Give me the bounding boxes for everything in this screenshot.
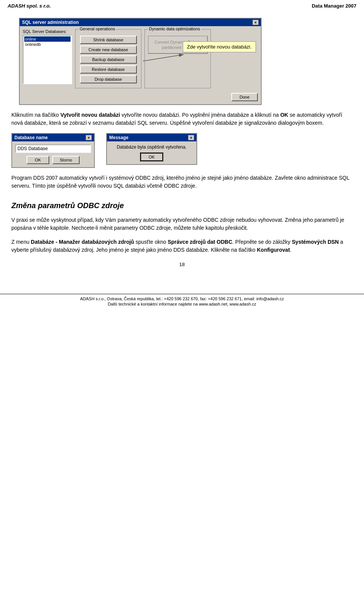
message-dialog-body: Databáze byla úspěšně vytvořena. OK [107,141,196,164]
para4-bold3: Systémových DSN [292,239,339,245]
db-list-panel: SQL Server Databases: online onlinedb [23,29,72,88]
message-dialog-title: Message × [107,134,196,141]
sql-admin-dialog: SQL server administration × SQL Server D… [19,18,262,105]
dialog-footer: Done [20,91,261,104]
db-listbox[interactable]: online onlinedb [23,35,72,84]
db-name-close-btn[interactable]: × [86,135,92,140]
app-title: Data Manager 2007 [312,3,356,9]
para4-bold4: Konfigurovat [257,247,290,253]
db-item-online[interactable]: online [24,36,71,42]
footer-line2: Další technické a kontaktní informace na… [8,302,356,306]
general-ops-title: General operations [78,27,116,31]
para1: Kliknutím na tlačítko Vytvořit novou dat… [11,111,353,127]
para4-mid: spusťte okno [134,239,168,245]
dialogs-row: Database name × OK Storno Message × Data… [11,133,353,168]
para1-cont: vytvoříte novou databázi. Po vyplnění jm… [120,112,281,118]
page-footer: ADASH s.r.o., Ostrava, Česká republika, … [0,294,364,309]
general-ops-group: General operations Shrink database Creat… [75,29,141,88]
main-content: SQL server administration × SQL Server D… [0,10,364,279]
section-heading: Změna parametrů ODBC zdroje [11,201,353,210]
message-btn-row: OK [110,153,193,161]
sql-admin-title-bar: SQL server administration × [20,19,261,26]
backup-db-button[interactable]: Backup database [80,55,137,64]
sql-admin-body: SQL Server Databases: online onlinedb Ge… [20,26,261,91]
restore-db-button[interactable]: Restore database [80,65,137,74]
db-name-input[interactable] [15,144,91,153]
create-db-button[interactable]: Create new database [80,45,137,54]
para4: Z menu Databáze - Manažer databázových z… [11,238,353,254]
message-title-text: Message [109,135,129,140]
message-dialog: Message × Databáze byla úspěšně vytvořen… [106,133,197,165]
para4-bold2: Správce zdrojů dat ODBC [168,239,232,245]
para3: V praxi se může vyskytnout případ, kdy V… [11,216,353,232]
para4-bold1: Databáze - Manažer databázových zdrojů [31,239,134,245]
message-ok-btn[interactable]: OK [140,153,163,161]
dynamic-ops-title: Dynamic data optimizations [148,27,201,31]
para4-pre: Z menu [11,239,31,245]
db-name-dialog-body: OK Storno [12,141,94,167]
callout-box: Zde vytvoříte novou databázi. [183,41,256,52]
para2: Program DDS 2007 automaticky vytvoří i s… [11,174,353,190]
shrink-db-button[interactable]: Shrink database [80,36,137,44]
para4-end3: . [290,247,292,253]
sql-admin-close-btn[interactable]: × [253,20,259,25]
db-name-ok-btn[interactable]: OK [27,156,49,164]
page-header: ADASH spol. s r.o. Data Manager 2007 [0,0,364,10]
para1-text: Kliknutím na tlačítko [11,112,60,118]
dynamic-ops-group: Dynamic data optimizations Convert Dynam… [144,29,211,88]
db-name-title-text: Database name [14,135,48,140]
db-name-dialog-title: Database name × [12,134,94,141]
message-close-btn[interactable]: × [188,135,194,140]
db-list-label: SQL Server Databases: [23,29,72,34]
page-number: 18 [11,262,353,267]
drop-db-button[interactable]: Drop database [80,75,137,83]
db-item-onlinedb[interactable]: onlinedb [24,42,71,47]
sql-admin-title-text: SQL server administration [22,20,79,25]
callout-text: Zde vytvoříte novou databázi. [187,44,252,50]
dialog-wrapper: SQL server administration × SQL Server D… [15,18,258,105]
message-text: Databáze byla úspěšně vytvořena. [110,144,193,150]
db-name-cancel-btn[interactable]: Storno [52,156,80,164]
company-name: ADASH spol. s r.o. [8,3,51,9]
footer-line1: ADASH s.r.o., Ostrava, Česká republika, … [8,296,356,301]
database-name-dialog: Database name × OK Storno [11,133,95,168]
db-name-btn-row: OK Storno [15,156,91,164]
para4-end: . Přepněte se do záložky [232,239,292,245]
callout-container: Zde vytvoříte novou databázi. [183,41,256,52]
done-button[interactable]: Done [231,93,258,101]
para1-bold: Vytvořit novou databázi [60,112,120,118]
para1-ok: OK [280,112,288,118]
